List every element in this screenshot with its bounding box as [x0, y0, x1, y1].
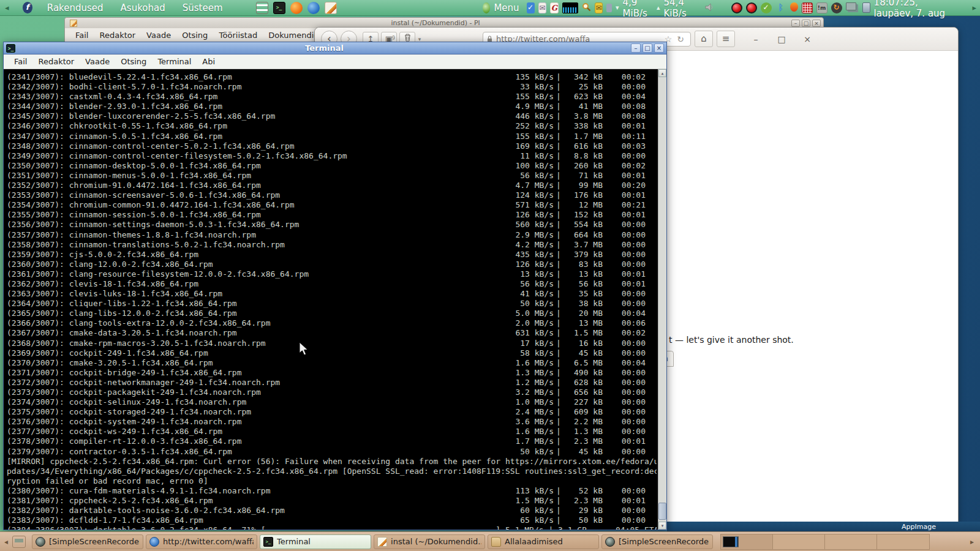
text-icon	[377, 537, 387, 547]
displays-icon[interactable]	[846, 2, 856, 10]
terminal-line: (2365/3007): clang-libs-12.0.0-2.fc34.x8…	[7, 309, 657, 318]
taskbar-item-label: [SimpleScreenRecorder]	[619, 537, 709, 546]
menu-item-fail[interactable]: Fail	[9, 57, 32, 66]
terminal-line: (2349/3007): cinnamon-control-center-fil…	[7, 151, 657, 161]
scrollbar-thumb[interactable]	[658, 503, 666, 520]
workspace-3[interactable]	[825, 534, 877, 549]
terminal-line: (2356/3007): cinnamon-settings-daemon-5.…	[7, 220, 657, 230]
editor-minimize-button[interactable]: –	[791, 20, 800, 27]
editor-close-button[interactable]: ×	[812, 20, 821, 27]
terminal-line: (2351/3007): cinnamon-menus-5.0.0-1.fc34…	[7, 171, 657, 181]
todo-checkbox-icon[interactable]: ✓	[527, 2, 535, 13]
menu-item-redaktor[interactable]: Redaktor	[32, 57, 80, 66]
terminal-close-button[interactable]: ×	[654, 43, 664, 53]
mail-clock-icon[interactable]: ✉	[538, 2, 546, 13]
mail-notifier-icon[interactable]: ✉	[595, 2, 603, 13]
taskbar-item[interactable]: http://twitter.com/waffa	[146, 534, 257, 549]
menu-item-vaade[interactable]: Vaade	[141, 31, 176, 40]
menu-launcher-icon[interactable]	[483, 2, 491, 13]
terminal-line: (2357/3007): cinnamon-themes-1.8.8-1.fc3…	[7, 230, 657, 240]
terminal-window: >_ Terminal – □ × FailRedaktorVaadeOtsin…	[3, 42, 667, 530]
browser-maximize-button[interactable]: □	[777, 34, 786, 44]
menu-item-tööriistad[interactable]: Tööriistad	[213, 31, 263, 40]
show-desktop-icon[interactable]	[12, 536, 26, 548]
updates-ok-icon[interactable]: ✓	[761, 2, 772, 13]
terminal-icon: >_	[6, 44, 15, 53]
system-menu[interactable]: Süsteem	[174, 0, 232, 16]
input-method-icon[interactable]: !m	[816, 2, 827, 13]
record-icon[interactable]	[731, 2, 742, 13]
taskbar-item[interactable]: [SimpleScreenRecorder]	[32, 534, 143, 549]
upload-arrow-icon: ▴	[657, 4, 660, 12]
panel-collapse-left-icon[interactable]: ◂	[0, 3, 14, 12]
browser-minimize-button[interactable]: –	[751, 34, 761, 44]
browser-close-button[interactable]: ×	[802, 34, 812, 44]
volume-icon[interactable]	[704, 2, 714, 13]
workspace-4[interactable]	[877, 534, 929, 549]
menu-item-abi[interactable]: Abi	[197, 57, 221, 66]
network-upload-speed[interactable]: 54,4 KiB/s	[664, 0, 697, 19]
terminal-line: pdates/34/Everything/x86_64/Packages/c/c…	[7, 467, 657, 476]
workspace-1[interactable]	[721, 534, 773, 549]
search-icon[interactable]	[582, 2, 591, 13]
scroll-up-icon[interactable]: ▴	[658, 69, 666, 77]
system-monitor-graph-icon[interactable]	[562, 2, 578, 13]
terminal-line: (2369/3007): cockpit-249-1.fc34.x86_64.r…	[7, 348, 657, 358]
firefox-icon[interactable]	[290, 2, 303, 14]
desktop-strip: AppImage	[667, 522, 980, 531]
appimage-desktop-label[interactable]: AppImage	[902, 523, 936, 531]
panel-collapse-right-icon[interactable]: ▸	[972, 3, 976, 12]
thunderbird-icon[interactable]	[307, 2, 320, 14]
terminal-titlebar[interactable]: >_ Terminal – □ ×	[4, 42, 666, 54]
workspace-2[interactable]	[773, 534, 825, 549]
terminal-line: (2378/3007): compiler-rt-12.0.0-3.fc34.x…	[7, 437, 657, 446]
menu-item-fail[interactable]: Fail	[70, 31, 94, 40]
terminal-maximize-button[interactable]: □	[643, 43, 652, 53]
panel-clock[interactable]: 18:07:25, laupäev, 7. aug	[874, 0, 959, 19]
firewall-icon[interactable]	[790, 2, 798, 12]
sync-icon[interactable]: ↻	[831, 2, 842, 13]
terminal-line: (2343/3007): castxml-0.4.3-4.fc34.x86_64…	[7, 92, 657, 102]
reload-icon[interactable]: ↻	[674, 34, 687, 44]
menu-label[interactable]: Menu	[494, 2, 519, 13]
terminal-scrollbar[interactable]: ▴ ▾	[658, 69, 666, 530]
power-icon[interactable]	[862, 2, 870, 13]
terminal-body: (2341/3007): bluedevil-5.22.4-1.fc34.x86…	[4, 69, 666, 530]
network-download-speed[interactable]: 4,9 MiB/s	[623, 0, 653, 19]
keyring-icon[interactable]	[606, 4, 612, 12]
terminal-minimize-button[interactable]: –	[631, 43, 641, 53]
taskbar-item[interactable]: >_Terminal	[260, 534, 371, 549]
taskbar-item-label: Terminal	[277, 537, 311, 546]
terminal-line: (2370/3007): cmake-3.20.5-1.fc34.x86_64.…	[7, 358, 657, 368]
taskbar-left-icon[interactable]: ◂	[0, 538, 12, 546]
terminal-line: (2377/3007): cockpit-ws-249-1.fc34.x86_6…	[7, 427, 657, 437]
terminal-line: ryption failed or bad record mac, errno …	[7, 476, 657, 486]
applications-menu[interactable]: Rakendused	[39, 0, 112, 16]
editor-maximize-button[interactable]: □	[802, 20, 810, 27]
hamburger-menu-button[interactable]: ≡	[717, 31, 735, 47]
scroll-down-icon[interactable]: ▾	[658, 522, 666, 530]
menu-item-vaade[interactable]: Vaade	[80, 57, 115, 66]
terminal-line: (2376/3007): cockpit-system-249-1.fc34.n…	[7, 417, 657, 427]
menu-item-redaktor[interactable]: Redaktor	[94, 31, 141, 40]
terminal-line: (2380/3007): cura-fdm-materials-4.9.1-1.…	[7, 486, 657, 496]
taskbar-item[interactable]: Allalaadimised	[488, 534, 599, 549]
latex-icon[interactable]: G	[550, 2, 558, 13]
menu-item-otsing[interactable]: Otsing	[176, 31, 213, 40]
record-icon-2[interactable]	[746, 2, 757, 13]
menu-item-otsing[interactable]: Otsing	[115, 57, 152, 66]
terminal-line: (2362/3007): clevis-18-1.fc34.x86_64.rpm…	[7, 279, 657, 289]
terminal-line: (2355/3007): cinnamon-session-5.0.0-1.fc…	[7, 210, 657, 220]
taskbar-item[interactable]: [SimpleScreenRecorder]	[601, 534, 713, 549]
notes-icon[interactable]	[325, 2, 337, 14]
taskbar-right-icon[interactable]: ▸	[964, 538, 980, 546]
taskbar-item[interactable]: instal (~/Dokumendid...	[374, 534, 485, 549]
menu-item-terminal[interactable]: Terminal	[152, 57, 197, 66]
file-manager-icon[interactable]	[256, 2, 268, 14]
terminal-launcher-icon[interactable]: >_	[273, 2, 285, 14]
keyboard-layout-icon[interactable]	[802, 2, 813, 13]
home-button[interactable]: ⌂	[695, 31, 713, 47]
places-menu[interactable]: Asukohad	[112, 0, 174, 16]
bluetooth-icon[interactable]: ᛒ	[775, 2, 786, 13]
terminal-line: [MIRROR] cppcheck-2.5-2.fc34.x86_64.rpm:…	[7, 457, 657, 467]
